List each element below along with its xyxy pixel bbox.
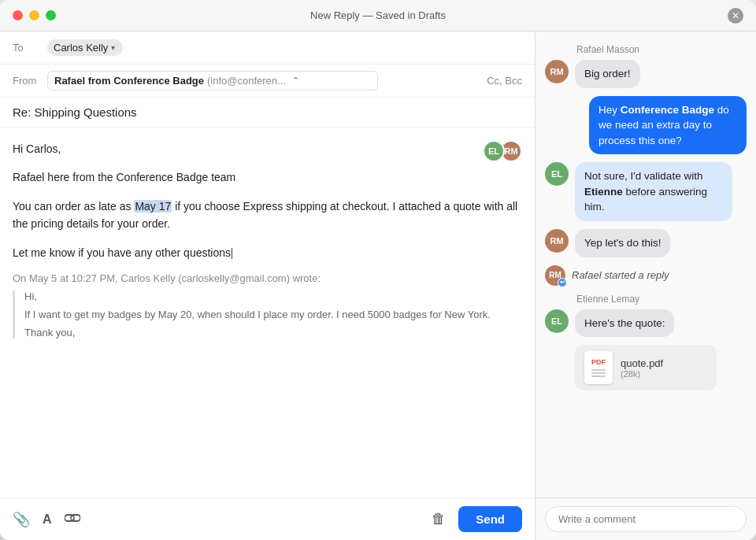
compose-pane: To Carlos Kelly ▾ From Rafael from Confe… (0, 31, 536, 540)
etienne-avatar-2: EL (545, 309, 569, 333)
pdf-lines (591, 369, 606, 377)
status-row: RM ↩ Rafael started a reply (545, 265, 747, 286)
recipient-pill[interactable]: Carlos Kelly ▾ (47, 39, 123, 56)
status-text: Rafael started a reply (572, 269, 669, 281)
from-chevron-icon: ⌃ (292, 76, 299, 86)
chat-input-row (536, 497, 756, 540)
minimize-button[interactable] (29, 10, 39, 20)
etienne-avatar-1: EL (545, 162, 569, 186)
intro-line: Rafael here from the Conference Badge te… (13, 168, 522, 186)
closing-line: Let me know if you have any other questi… (13, 244, 522, 261)
pdf-filename: quote.pdf (621, 357, 663, 369)
main-window: New Reply — Saved in Drafts ✕ To Carlos … (0, 0, 756, 540)
quoted-header: On May 5 at 10:27 PM, Carlos Kelly (carl… (13, 272, 522, 284)
avatar-etienne: EL (483, 140, 505, 162)
chat-row-rafael-2: RM Yep let's do this! (545, 229, 747, 257)
order-line: You can order as late as May 17 if you c… (13, 198, 522, 233)
from-label: From (13, 75, 47, 87)
rafael-section: Rafael Masson RM Big order! (545, 44, 747, 88)
from-name: Rafael from Conference Badge (54, 75, 204, 87)
quoted-text: Hi, If I want to get my badges by May 20… (13, 290, 522, 338)
cc-bcc-button[interactable]: Cc, Bcc (487, 75, 522, 87)
bubble-mine: Hey Conference Badge do we need an extra… (589, 96, 747, 155)
chat-messages: Rafael Masson RM Big order! Hey Conferen… (536, 31, 756, 497)
attachment-icon[interactable]: 📎 (13, 511, 30, 528)
compose-text: Hi Carlos, Rafael here from the Conferen… (13, 140, 522, 261)
trash-icon[interactable]: 🗑 (432, 511, 446, 527)
window-title: New Reply — Saved in Drafts (310, 9, 446, 21)
chat-row-mine: Hey Conference Badge do we need an extra… (545, 96, 747, 155)
to-row: To Carlos Kelly ▾ (0, 31, 535, 65)
date-highlight: May 17 (134, 200, 172, 213)
font-icon[interactable]: A (43, 512, 52, 527)
compose-toolbar: 📎 A 🗑 Send (0, 497, 535, 540)
close-button[interactable] (13, 10, 23, 20)
subject-text: Re: Shipping Questions (13, 105, 137, 119)
compose-avatars: EL RM (483, 140, 522, 162)
bubble-yep: Yep let's do this! (575, 229, 670, 257)
to-label: To (13, 42, 47, 54)
recipient-name: Carlos Kelly (54, 42, 108, 54)
pdf-label: PDF (591, 358, 606, 366)
pdf-icon: PDF (584, 351, 613, 384)
cursor (232, 248, 232, 259)
rafael-avatar-2: RM (545, 229, 569, 253)
chat-row-1: RM Big order! (545, 60, 747, 88)
quoted-line-1: Hi, (24, 290, 522, 302)
link-icon[interactable] (65, 511, 80, 527)
comment-input[interactable] (545, 506, 747, 532)
from-email: (info@conferen... (207, 75, 286, 87)
bubble-quote: Here's the quote: (575, 309, 674, 338)
pdf-attachment[interactable]: PDF quote.pdf (28k) (575, 345, 717, 390)
bubble-etienne-1: Not sure, I'd validate with Etienne befo… (575, 162, 732, 221)
status-avatar: RM ↩ (545, 265, 565, 286)
quoted-line-3: Thank you, (24, 327, 522, 338)
compose-body[interactable]: EL RM Hi Carlos, Rafael here from the Co… (0, 128, 535, 497)
etienne-user-name: Etienne Lemay (576, 294, 747, 305)
maximize-button[interactable] (46, 10, 56, 20)
window-controls (13, 10, 56, 20)
chat-row-etienne-2: EL Here's the quote: (545, 309, 747, 338)
greeting-line: Hi Carlos, (13, 140, 522, 157)
title-bar: New Reply — Saved in Drafts ✕ (0, 0, 756, 31)
pdf-info: quote.pdf (28k) (621, 357, 663, 379)
send-button[interactable]: Send (458, 506, 522, 532)
main-content: To Carlos Kelly ▾ From Rafael from Confe… (0, 31, 756, 540)
etienne-section: Etienne Lemay EL Here's the quote: (545, 294, 747, 338)
subject-row: Re: Shipping Questions (0, 98, 535, 128)
recipient-chevron-icon: ▾ (111, 43, 115, 52)
from-row: From Rafael from Conference Badge (info@… (0, 65, 535, 98)
bubble-big-order: Big order! (575, 60, 640, 88)
chat-pane: Rafael Masson RM Big order! Hey Conferen… (536, 31, 756, 540)
reply-arrow-icon: ↩ (558, 278, 567, 287)
pdf-size: (28k) (621, 369, 663, 379)
chat-row-etienne-1: EL Not sure, I'd validate with Etienne b… (545, 162, 747, 221)
from-select[interactable]: Rafael from Conference Badge (info@confe… (47, 71, 378, 91)
rafael-user-name: Rafael Masson (576, 44, 747, 55)
rafael-avatar: RM (545, 60, 569, 83)
quoted-line-2: If I want to get my badges by May 20, wh… (24, 309, 522, 320)
window-close-icon[interactable]: ✕ (728, 8, 743, 24)
